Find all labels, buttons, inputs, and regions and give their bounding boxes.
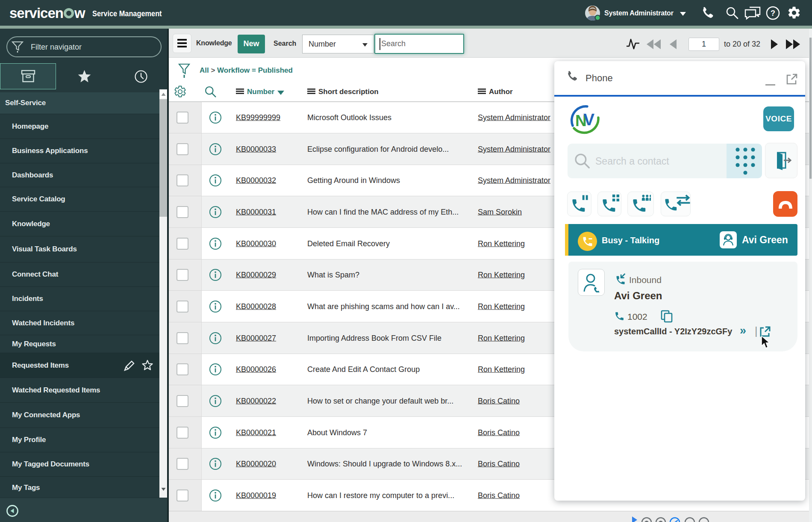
svg-text:V: V: [583, 110, 594, 129]
svg-text:?: ?: [771, 9, 775, 18]
